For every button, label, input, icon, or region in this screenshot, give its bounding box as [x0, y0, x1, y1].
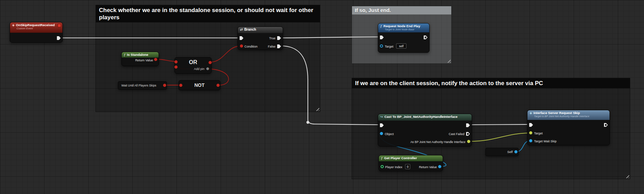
node-title: Interface Server Request Skip — [533, 111, 580, 115]
node-title: Request Node End Play — [383, 24, 420, 28]
condition-pin[interactable] — [240, 44, 243, 48]
not-output-pin[interactable] — [217, 84, 220, 87]
node-branch[interactable]: ⇄Branch True Condition False — [238, 27, 283, 50]
reroute-node[interactable] — [306, 121, 309, 124]
node-subtitle: Custom Event — [17, 27, 60, 30]
return-value-pin[interactable] — [154, 58, 157, 61]
return-value-label: Return Value — [135, 59, 153, 62]
object-pin[interactable] — [380, 132, 383, 135]
interface-icon: ◈ — [530, 111, 532, 115]
player-index-pin[interactable] — [381, 165, 384, 168]
node-title: Cast To BP_Joint_NetAuthorityHandleInter… — [384, 115, 457, 119]
as-interface-pin[interactable] — [467, 140, 470, 143]
function-icon: ƒ — [380, 24, 382, 28]
wire-exec-false-to-cast[interactable] — [281, 46, 380, 125]
node-get-player-controller[interactable]: ƒGet Player Controller Player Index Retu… — [379, 155, 443, 171]
wire-bool-or-to-condition[interactable] — [211, 46, 239, 62]
node-title: Is Standalone — [127, 53, 148, 57]
player-index-label: Player Index — [385, 165, 402, 169]
event-flag-icon — [58, 24, 61, 27]
exec-in-pin[interactable] — [380, 123, 384, 127]
target-pin[interactable] — [380, 44, 383, 48]
add-pin-label[interactable]: Add pin — [194, 67, 204, 71]
node-not[interactable]: NOT — [179, 80, 220, 90]
cast-failed-label: Cast Failed — [449, 132, 464, 136]
node-self[interactable]: Self — [485, 148, 519, 156]
wire-exec-true-to-endplay[interactable] — [281, 37, 380, 38]
wire-interface-as-to-target[interactable] — [470, 133, 530, 141]
node-on-skip-request-received[interactable]: ◈OnSkipRequestReceived Custom Event — [10, 22, 63, 43]
exec-true-pin[interactable] — [277, 36, 281, 40]
node-or[interactable]: OR Add pin ⊕ — [174, 57, 212, 74]
exec-out-pin[interactable] — [57, 36, 61, 40]
node-title: OnSkipRequestReceived — [16, 23, 54, 27]
or-title: OR — [175, 59, 211, 65]
wire-layer — [0, 0, 644, 194]
exec-cast-failed-pin[interactable] — [466, 132, 470, 136]
node-request-node-end-play[interactable]: ƒRequest Node End Play Target is Joint N… — [378, 23, 430, 53]
condition-pin-label: Condition — [244, 45, 258, 48]
node-title: Wait Until All Players Skips — [121, 84, 156, 87]
node-subtitle: Target is BP Joint Net Authority Handle … — [534, 115, 607, 118]
exec-out-pin[interactable] — [604, 123, 608, 127]
wire-bool-standalone-to-or[interactable] — [157, 59, 175, 61]
function-icon: ƒ — [381, 156, 383, 160]
target-pin-label: Target — [385, 45, 393, 48]
target-wait-skip-pin[interactable] — [529, 139, 532, 142]
return-value-label: Return Value — [419, 165, 437, 169]
event-icon: ◈ — [12, 23, 14, 27]
self-out-pin[interactable] — [514, 150, 517, 153]
branch-icon: ⇄ — [240, 28, 243, 31]
object-pin-label: Object — [385, 132, 394, 136]
or-output-pin[interactable] — [209, 61, 212, 64]
not-title: NOT — [179, 82, 220, 88]
node-wait-until-all-players-skips[interactable]: Wait Until All Players Skips — [118, 81, 167, 90]
add-pin-icon[interactable]: ⊕ — [206, 67, 209, 70]
exec-in-pin[interactable] — [380, 35, 384, 39]
as-interface-label: As BP Joint Net Authority Handle Interfa… — [410, 140, 465, 144]
player-index-input[interactable] — [405, 164, 410, 169]
target-value-input[interactable] — [396, 43, 406, 49]
return-value-pin[interactable] — [438, 165, 441, 168]
or-input-a-pin[interactable] — [174, 60, 178, 63]
node-title: Get Player Controller — [384, 156, 417, 160]
exec-in-pin[interactable] — [529, 123, 533, 127]
node-title: Branch — [244, 28, 256, 31]
exec-out-pin[interactable] — [466, 123, 470, 127]
or-input-b-pin[interactable] — [174, 65, 178, 69]
false-pin-label: False — [268, 45, 275, 48]
node-title: Self — [507, 150, 513, 154]
blueprint-graph[interactable]: Check whether we are in the standalone s… — [0, 0, 644, 194]
wire-exec-cast-to-interface[interactable] — [470, 124, 530, 125]
target-wait-skip-label: Target Wait Skip — [534, 140, 556, 143]
node-interface-server-request-skip[interactable]: ◈Interface Server Request Skip Target is… — [527, 110, 610, 145]
exec-in-pin[interactable] — [240, 36, 243, 40]
cast-icon: ↪ — [380, 115, 383, 119]
target-pin[interactable] — [529, 131, 532, 134]
node-subtitle: Target is Joint Node Base — [385, 28, 427, 31]
node-is-standalone[interactable]: ƒIs Standalone Return Value — [121, 52, 159, 66]
value-out-pin[interactable] — [163, 84, 166, 87]
exec-false-pin[interactable] — [277, 44, 281, 48]
exec-out-pin[interactable] — [424, 35, 427, 39]
not-input-pin[interactable] — [179, 84, 182, 87]
node-cast-to-interface[interactable]: ↪Cast To BP_Joint_NetAuthorityHandleInte… — [378, 114, 472, 146]
target-pin-label: Target — [534, 132, 543, 135]
true-pin-label: True — [269, 37, 275, 40]
function-icon: ƒ — [124, 53, 125, 57]
